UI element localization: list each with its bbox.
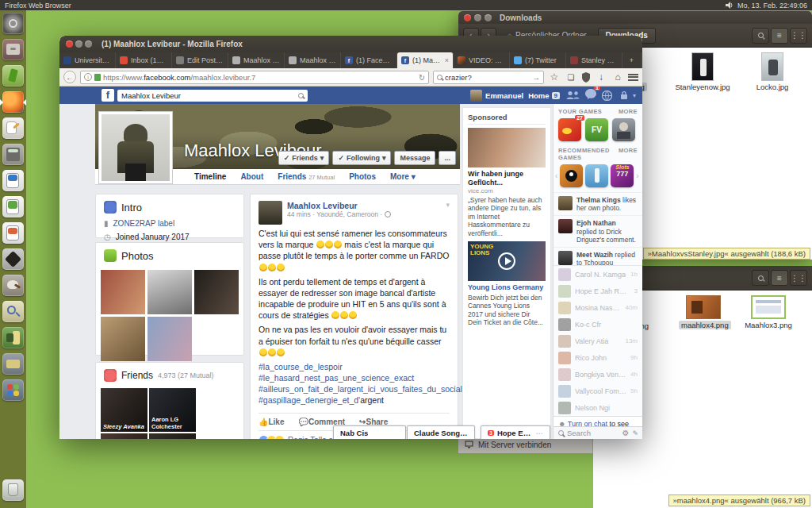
photo-thumb[interactable]: [194, 270, 239, 314]
menu-icon[interactable]: [628, 74, 638, 81]
friend-tile[interactable]: Belva Essiace: [101, 433, 147, 439]
following-button[interactable]: ✓ Following ▾: [332, 151, 391, 165]
post-author[interactable]: Maahlox Levibeur: [287, 201, 441, 210]
firefox-icon[interactable]: [2, 91, 24, 113]
new-tab-button[interactable]: +: [622, 52, 642, 68]
profile-link[interactable]: Emmanuel: [485, 91, 523, 100]
photos-title[interactable]: Photos: [121, 250, 153, 262]
chat-contact[interactable]: Nelson Ngi: [553, 399, 642, 416]
back-button[interactable]: ←: [63, 71, 76, 83]
messages-icon[interactable]: 1: [585, 88, 596, 102]
tab-photos[interactable]: Photos: [349, 172, 376, 181]
play-icon[interactable]: [498, 252, 515, 270]
panel-clock[interactable]: Mo, 13. Feb. 22:49:06: [737, 2, 807, 10]
firefox-titlebar[interactable]: (1) Maahlox Levibeur - Mozilla Firefox: [59, 36, 642, 52]
tab-video[interactable]: VIDEO: P-S...: [454, 52, 510, 68]
map-search-icon[interactable]: [2, 301, 24, 322]
close-tab-icon[interactable]: ×: [445, 56, 449, 64]
post-author-avatar[interactable]: [259, 201, 282, 225]
facebook-search-input[interactable]: Maahlox Levibeur: [117, 90, 308, 102]
more-options-button[interactable]: ...: [439, 151, 456, 165]
ad-title[interactable]: Young Lions Germany: [468, 283, 546, 292]
tab-maahlox-active[interactable]: f(1) Maah...×: [397, 52, 454, 68]
chat-tab-hope[interactable]: 3Hope E Jah Rasta...⋯: [481, 425, 550, 439]
downloads-titlebar[interactable]: Downloads: [458, 11, 812, 24]
game-candy-crush-icon[interactable]: 27: [558, 118, 581, 141]
url-bar[interactable]: i https://www.facebook.com/maahlox.levib…: [80, 71, 429, 84]
ticker-item[interactable]: Meet Wazih replied to Tchoupou Achile's …: [553, 247, 642, 265]
game-slots-icon[interactable]: Slots777: [611, 164, 634, 187]
bookmark-star-icon[interactable]: ☆: [548, 71, 561, 83]
chat-contact[interactable]: Ko-c Cfr: [553, 316, 642, 333]
shield-icon[interactable]: [581, 72, 591, 83]
minimize-button[interactable]: [474, 14, 481, 21]
message-button[interactable]: Message: [394, 151, 435, 165]
volume-icon[interactable]: [726, 2, 733, 9]
file-maahlox4[interactable]: maahlox4.png: [679, 295, 728, 329]
file-stanleyenow[interactable]: Stanleyenow.jpg: [674, 52, 731, 91]
search-bar[interactable]: crazier? →: [433, 71, 544, 84]
files-icon[interactable]: [2, 39, 24, 60]
notifications-globe-icon[interactable]: [602, 90, 612, 101]
privacy-lock-icon[interactable]: [620, 90, 628, 100]
libreoffice-impress-icon[interactable]: [2, 222, 24, 244]
search-engine-icon[interactable]: [437, 75, 442, 80]
hashtag-link[interactable]: #la_course_de_lespoir: [259, 361, 450, 372]
share-button[interactable]: ↪Share: [359, 418, 388, 426]
hashtag-link[interactable]: #gaspillage_denergie_et_d': [259, 395, 360, 405]
file-maahlox3[interactable]: Maahlox3.png: [742, 295, 795, 329]
inkscape-icon[interactable]: [2, 248, 24, 270]
post-collapse-icon[interactable]: ▾: [446, 201, 450, 225]
list-view-icon[interactable]: ≡: [771, 270, 788, 286]
grid-view-icon[interactable]: ⋮⋮: [790, 270, 807, 286]
home-link[interactable]: Home: [528, 91, 549, 100]
list-view-icon[interactable]: ≡: [771, 28, 788, 44]
chat-contact[interactable]: Carol N. Kamga1h: [553, 266, 642, 283]
avatar[interactable]: [470, 90, 482, 102]
card-reader-icon[interactable]: [2, 353, 24, 375]
chat-search-bar[interactable]: Search ⚙ ✎: [553, 426, 642, 439]
hashtag-link[interactable]: #le_hasard_nest_pas_une_science_exact: [259, 372, 450, 383]
work-link[interactable]: ZONE2RAP label: [113, 219, 175, 228]
info-icon[interactable]: i: [84, 73, 92, 81]
game-bottle-flip-icon[interactable]: [585, 164, 608, 187]
carousel-right-icon[interactable]: ›: [636, 171, 638, 180]
tab-maahlox-2[interactable]: Maahlox Ques...: [285, 52, 341, 68]
maximize-button[interactable]: [485, 14, 492, 21]
search-icon[interactable]: [752, 270, 769, 286]
tab-stanley[interactable]: Stanley Eno...: [566, 52, 622, 68]
friend-tile[interactable]: Aaron LG Colchester: [149, 388, 196, 432]
more-link[interactable]: MORE: [619, 108, 638, 115]
tab-twitter[interactable]: (7) Twitter: [510, 52, 566, 68]
photo-thumb[interactable]: [101, 317, 145, 361]
windows-app-icon[interactable]: [2, 379, 24, 401]
game-8ball-icon[interactable]: [560, 164, 583, 187]
trash-icon[interactable]: [2, 479, 24, 501]
photo-thumb[interactable]: [147, 317, 192, 361]
system-monitor-icon[interactable]: [2, 65, 24, 87]
gimp-icon[interactable]: [2, 275, 24, 296]
ad-title[interactable]: Wir haben junge Geflücht...: [468, 170, 546, 187]
friend-tile[interactable]: [149, 433, 196, 439]
game-farmville-icon[interactable]: FV: [585, 118, 608, 141]
tab-universitaet[interactable]: Universität...: [59, 52, 116, 68]
tab-maahlox-1[interactable]: Maahlox Ques...: [228, 52, 285, 68]
carousel-left-icon[interactable]: ‹: [555, 171, 557, 180]
account-menu-caret[interactable]: ▾: [633, 92, 636, 99]
photo-thumb[interactable]: [147, 270, 192, 314]
home-icon[interactable]: ⌂: [611, 71, 624, 83]
text-editor-icon[interactable]: [2, 117, 24, 139]
chat-contact[interactable]: Bongkiya Venagesh...4h: [553, 366, 642, 383]
tab-more[interactable]: More ▾: [390, 172, 416, 181]
chat-contact[interactable]: Valery Atia13m: [553, 333, 642, 349]
like-button[interactable]: 👍Like: [259, 418, 285, 426]
comment-button[interactable]: 💬Comment: [299, 418, 346, 426]
search-icon[interactable]: [752, 28, 769, 44]
libreoffice-calc-icon[interactable]: [2, 196, 24, 217]
more-link[interactable]: MORE: [619, 147, 638, 161]
ticker-item[interactable]: Thelma Kings likes her own photo.: [553, 192, 642, 215]
settings-gear-icon[interactable]: ⚙: [622, 429, 629, 437]
new-message-icon[interactable]: ✎: [632, 429, 638, 437]
reload-icon[interactable]: ↻: [419, 73, 425, 82]
go-arrow-icon[interactable]: →: [533, 73, 541, 82]
